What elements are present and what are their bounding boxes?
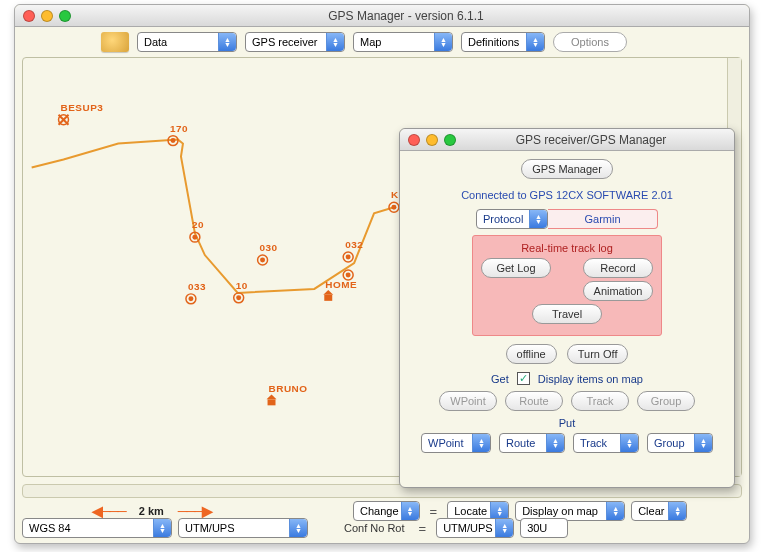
zoom-icon[interactable]	[59, 10, 71, 22]
chevron-updown-icon: ▲▼	[620, 434, 638, 452]
svg-text:BESUP3: BESUP3	[61, 102, 104, 113]
zone-field[interactable]: 30U	[520, 518, 568, 538]
window-title: GPS receiver/GPS Manager	[456, 133, 726, 147]
put-group-dropdown[interactable]: Group▲▼	[647, 433, 713, 453]
traffic-lights	[408, 134, 456, 146]
protocol-dropdown[interactable]: Protocol ▲▼	[476, 209, 548, 229]
chevron-updown-icon: ▲▼	[526, 33, 544, 51]
titlebar[interactable]: GPS Manager - version 6.1.1	[15, 5, 749, 27]
minimize-icon[interactable]	[41, 10, 53, 22]
put-track-dropdown[interactable]: Track▲▼	[573, 433, 639, 453]
close-icon[interactable]	[23, 10, 35, 22]
get-log-button[interactable]: Get Log	[481, 258, 551, 278]
svg-rect-27	[324, 295, 332, 301]
footer: WGS 84 ▲▼ UTM/UPS ▲▼ Conf No Rot = UTM/U…	[22, 517, 742, 539]
svg-text:BRUNO: BRUNO	[269, 383, 308, 394]
display-items-checkbox[interactable]: ✓	[517, 372, 530, 385]
data-dropdown[interactable]: Data ▲▼	[137, 32, 237, 52]
put-label: Put	[412, 417, 722, 429]
svg-marker-28	[323, 290, 333, 295]
chevron-updown-icon: ▲▼	[326, 33, 344, 51]
chevron-updown-icon: ▲▼	[694, 434, 712, 452]
svg-point-20	[188, 296, 193, 301]
traffic-lights	[23, 10, 71, 22]
offline-button[interactable]: offline	[506, 344, 557, 364]
gps-receiver-dropdown[interactable]: GPS receiver ▲▼	[245, 32, 345, 52]
options-button[interactable]: Options	[553, 32, 627, 52]
separator: =	[419, 521, 427, 536]
scale-text: 2 km	[139, 505, 164, 517]
dropdown-label: Map	[360, 36, 381, 48]
track-path	[32, 140, 394, 293]
get-route-button[interactable]: Route	[505, 391, 563, 411]
dropdown-label: Data	[144, 36, 167, 48]
svg-rect-30	[268, 399, 276, 405]
toolbar: Data ▲▼ GPS receiver ▲▼ Map ▲▼ Definitio…	[15, 27, 749, 53]
chevron-updown-icon: ▲▼	[434, 33, 452, 51]
svg-point-14	[260, 258, 265, 263]
realtime-track-box: Real-time track log Get Log Record Anima…	[472, 235, 662, 336]
svg-text:030: 030	[260, 242, 278, 253]
svg-point-17	[346, 255, 351, 260]
coord-left-dropdown[interactable]: UTM/UPS ▲▼	[178, 518, 308, 538]
gps-manager-tab-button[interactable]: GPS Manager	[521, 159, 613, 179]
put-route-dropdown[interactable]: Route▲▼	[499, 433, 565, 453]
chevron-updown-icon: ▲▼	[495, 519, 513, 537]
chevron-updown-icon: ▲▼	[218, 33, 236, 51]
svg-marker-31	[267, 394, 277, 399]
display-items-label: Display items on map	[538, 373, 643, 385]
svg-point-25	[236, 295, 241, 300]
svg-text:033: 033	[188, 281, 206, 292]
window-title: GPS Manager - version 6.1.1	[71, 9, 741, 23]
record-button[interactable]: Record	[583, 258, 653, 278]
svg-text:HOME: HOME	[325, 279, 357, 290]
svg-point-5	[171, 138, 176, 143]
svg-text:10: 10	[236, 280, 248, 291]
titlebar[interactable]: GPS receiver/GPS Manager	[400, 129, 734, 151]
connection-status: Connected to GPS 12CX SOFTWARE 2.01	[412, 189, 722, 201]
svg-text:170: 170	[170, 123, 188, 134]
realtime-title: Real-time track log	[481, 242, 653, 254]
svg-point-8	[391, 205, 396, 210]
gps-receiver-window: GPS receiver/GPS Manager GPS Manager Con…	[399, 128, 735, 488]
put-wpoint-dropdown[interactable]: WPoint▲▼	[421, 433, 491, 453]
child-body: GPS Manager Connected to GPS 12CX SOFTWA…	[400, 151, 734, 465]
dropdown-label: GPS receiver	[252, 36, 317, 48]
get-wpoint-button[interactable]: WPoint	[439, 391, 497, 411]
svg-point-11	[192, 235, 197, 240]
datum-dropdown[interactable]: WGS 84 ▲▼	[22, 518, 172, 538]
zoom-icon[interactable]	[444, 134, 456, 146]
chevron-updown-icon: ▲▼	[472, 434, 490, 452]
conf-label: Conf No Rot	[344, 522, 405, 534]
get-track-button[interactable]: Track	[571, 391, 629, 411]
map-dropdown[interactable]: Map ▲▼	[353, 32, 453, 52]
svg-point-23	[346, 272, 351, 277]
chevron-updown-icon: ▲▼	[546, 434, 564, 452]
turn-off-button[interactable]: Turn Off	[567, 344, 629, 364]
chevron-updown-icon: ▲▼	[529, 210, 547, 228]
get-label: Get	[491, 373, 509, 385]
svg-text:20: 20	[192, 219, 204, 230]
app-logo-icon	[101, 32, 129, 52]
svg-text:032: 032	[345, 239, 363, 250]
close-icon[interactable]	[408, 134, 420, 146]
minimize-icon[interactable]	[426, 134, 438, 146]
animation-button[interactable]: Animation	[583, 281, 653, 301]
get-group-button[interactable]: Group	[637, 391, 695, 411]
chevron-updown-icon: ▲▼	[153, 519, 171, 537]
protocol-value: Garmin	[548, 209, 658, 229]
chevron-updown-icon: ▲▼	[289, 519, 307, 537]
travel-button[interactable]: Travel	[532, 304, 602, 324]
coord-right-dropdown[interactable]: UTM/UPS ▲▼	[436, 518, 514, 538]
definitions-dropdown[interactable]: Definitions ▲▼	[461, 32, 545, 52]
dropdown-label: Definitions	[468, 36, 519, 48]
